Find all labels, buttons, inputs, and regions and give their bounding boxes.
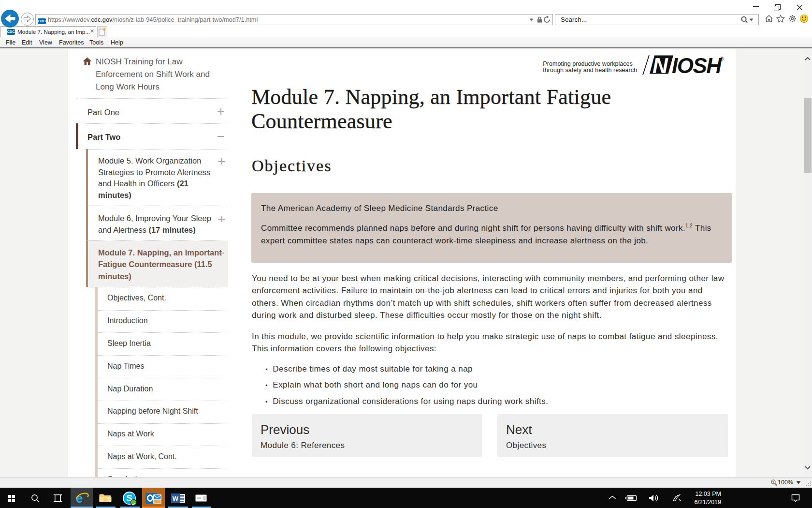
svg-text:W: W xyxy=(173,495,179,502)
svg-text:N: N xyxy=(652,55,668,77)
svg-text:IOSH: IOSH xyxy=(672,55,722,77)
svg-text:®: ® xyxy=(720,56,724,61)
